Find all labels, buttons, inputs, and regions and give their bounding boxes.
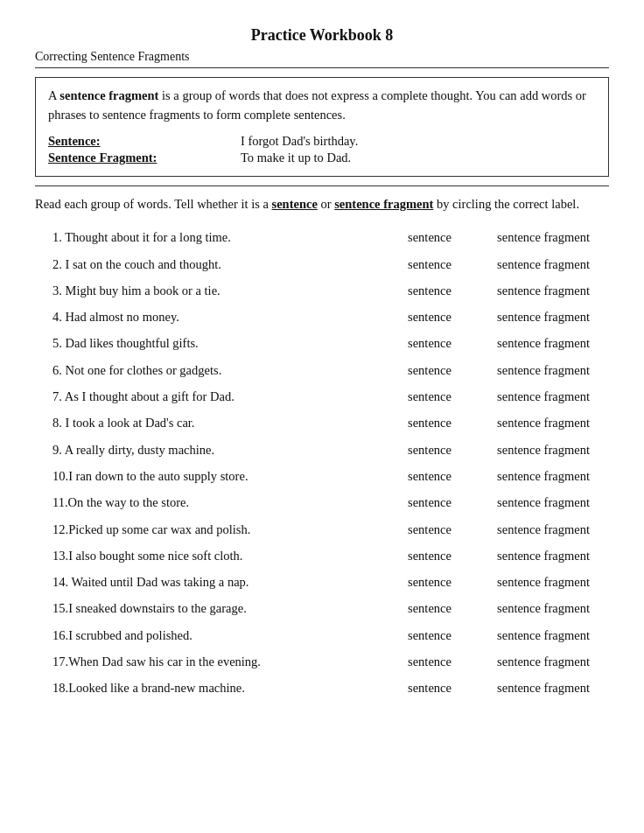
item-sentence-16[interactable]: sentence <box>382 626 478 644</box>
item-fragment-3[interactable]: sentence fragment <box>478 282 609 299</box>
item-fragment-9[interactable]: sentence fragment <box>478 441 609 458</box>
fragment-label: Sentence Fragment: <box>48 150 223 165</box>
item-text-10: 10.I ran down to the auto supply store. <box>52 467 382 485</box>
item-text-13: 13.I also bought some nice soft cloth. <box>52 547 382 564</box>
item-sentence-14[interactable]: sentence <box>382 573 478 591</box>
item-sentence-2[interactable]: sentence <box>382 256 478 273</box>
page-title: Practice Workbook 8 <box>35 26 609 45</box>
item-fragment-14[interactable]: sentence fragment <box>478 573 609 591</box>
examples: Sentence: I forgot Dad's birthday. Sente… <box>48 134 596 165</box>
item-sentence-1[interactable]: sentence <box>382 228 478 246</box>
fragment-value: To make it up to Dad. <box>223 150 596 165</box>
item-sentence-6[interactable]: sentence <box>382 361 478 379</box>
item-sentence-4[interactable]: sentence <box>382 308 478 326</box>
item-fragment-2[interactable]: sentence fragment <box>478 256 609 273</box>
item-text-4: 4. Had almost no money. <box>52 308 382 326</box>
item-row-4: 4. Had almost no money. sentence sentenc… <box>35 304 609 330</box>
item-sentence-8[interactable]: sentence <box>382 414 478 431</box>
item-text-8: 8. I took a look at Dad's car. <box>52 414 382 431</box>
item-fragment-13[interactable]: sentence fragment <box>478 547 609 564</box>
item-row-5: 5. Dad likes thoughtful gifts. sentence … <box>35 330 609 356</box>
item-row-15: 15.I sneaked downstairs to the garage. s… <box>35 595 609 621</box>
item-sentence-11[interactable]: sentence <box>382 494 478 511</box>
item-fragment-6[interactable]: sentence fragment <box>478 361 609 379</box>
item-sentence-7[interactable]: sentence <box>382 388 478 405</box>
item-text-5: 5. Dad likes thoughtful gifts. <box>52 334 382 352</box>
item-fragment-17[interactable]: sentence fragment <box>478 653 609 670</box>
item-text-3: 3. Might buy him a book or a tie. <box>52 282 382 299</box>
item-text-1: 1. Thought about it for a long time. <box>52 228 382 246</box>
item-sentence-3[interactable]: sentence <box>382 282 478 299</box>
intro-definition: A sentence fragment is a group of words … <box>48 87 596 125</box>
item-sentence-15[interactable]: sentence <box>382 599 478 617</box>
item-text-15: 15.I sneaked downstairs to the garage. <box>52 599 382 617</box>
item-row-14: 14. Waited until Dad was taking a nap. s… <box>35 569 609 595</box>
item-text-6: 6. Not one for clothes or gadgets. <box>52 361 382 379</box>
item-row-10: 10.I ran down to the auto supply store. … <box>35 463 609 489</box>
item-row-16: 16.I scrubbed and polished. sentence sen… <box>35 622 609 648</box>
intro-box: A sentence fragment is a group of words … <box>35 77 609 177</box>
item-fragment-15[interactable]: sentence fragment <box>478 599 609 617</box>
item-fragment-8[interactable]: sentence fragment <box>478 414 609 431</box>
item-text-12: 12.Picked up some car wax and polish. <box>52 521 382 538</box>
item-row-7: 7. As I thought about a gift for Dad. se… <box>35 383 609 410</box>
item-fragment-5[interactable]: sentence fragment <box>478 334 609 352</box>
divider-top <box>35 67 609 68</box>
item-text-17: 17.When Dad saw his car in the evening. <box>52 653 382 670</box>
item-fragment-18[interactable]: sentence fragment <box>478 679 609 696</box>
item-fragment-1[interactable]: sentence fragment <box>478 228 609 246</box>
item-fragment-16[interactable]: sentence fragment <box>478 626 609 644</box>
item-text-2: 2. I sat on the couch and thought. <box>52 256 382 273</box>
item-sentence-17[interactable]: sentence <box>382 653 478 670</box>
items-list: 1. Thought about it for a long time. sen… <box>35 224 609 701</box>
section-label: Correcting Sentence Fragments <box>35 50 609 64</box>
sentence-label: Sentence: <box>48 134 223 149</box>
item-fragment-7[interactable]: sentence fragment <box>478 388 609 405</box>
item-row-9: 9. A really dirty, dusty machine. senten… <box>35 437 609 463</box>
instructions: Read each group of words. Tell whether i… <box>35 195 609 214</box>
item-text-11: 11.On the way to the store. <box>52 494 382 511</box>
item-row-8: 8. I took a look at Dad's car. sentence … <box>35 410 609 436</box>
divider-bottom <box>35 186 609 186</box>
item-sentence-12[interactable]: sentence <box>382 521 478 538</box>
item-text-9: 9. A really dirty, dusty machine. <box>52 441 382 458</box>
item-row-18: 18.Looked like a brand-new machine. sent… <box>35 675 609 701</box>
item-row-12: 12.Picked up some car wax and polish. se… <box>35 516 609 542</box>
sentence-value: I forgot Dad's birthday. <box>223 134 596 149</box>
item-fragment-10[interactable]: sentence fragment <box>478 467 609 485</box>
item-text-16: 16.I scrubbed and polished. <box>52 626 382 644</box>
item-text-18: 18.Looked like a brand-new machine. <box>52 679 382 696</box>
item-row-13: 13.I also bought some nice soft cloth. s… <box>35 542 609 569</box>
item-fragment-12[interactable]: sentence fragment <box>478 521 609 538</box>
item-row-17: 17.When Dad saw his car in the evening. … <box>35 648 609 675</box>
item-fragment-11[interactable]: sentence fragment <box>478 494 609 511</box>
item-fragment-4[interactable]: sentence fragment <box>478 308 609 326</box>
item-sentence-10[interactable]: sentence <box>382 467 478 485</box>
item-text-14: 14. Waited until Dad was taking a nap. <box>52 573 382 591</box>
item-row-3: 3. Might buy him a book or a tie. senten… <box>35 277 609 304</box>
item-row-2: 2. I sat on the couch and thought. sente… <box>35 251 609 277</box>
item-sentence-9[interactable]: sentence <box>382 441 478 458</box>
item-sentence-18[interactable]: sentence <box>382 679 478 696</box>
item-sentence-5[interactable]: sentence <box>382 334 478 352</box>
item-row-11: 11.On the way to the store. sentence sen… <box>35 489 609 515</box>
item-row-1: 1. Thought about it for a long time. sen… <box>35 224 609 250</box>
item-row-6: 6. Not one for clothes or gadgets. sente… <box>35 357 609 383</box>
item-text-7: 7. As I thought about a gift for Dad. <box>52 388 382 405</box>
item-sentence-13[interactable]: sentence <box>382 547 478 564</box>
